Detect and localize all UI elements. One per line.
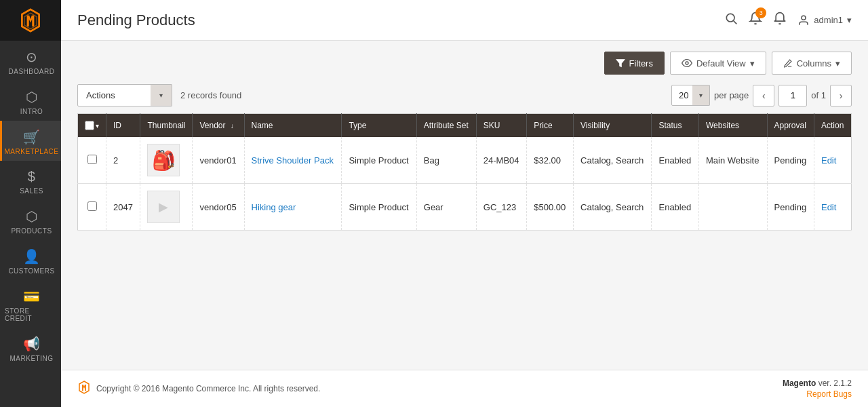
- row-checkbox[interactable]: [87, 155, 97, 164]
- next-page-button[interactable]: ›: [830, 85, 852, 106]
- footer-right: Magento ver. 2.1.2 Report Bugs: [783, 379, 852, 399]
- marketplace-icon: 🛒: [23, 129, 41, 145]
- sidebar-item-customers[interactable]: 👤 CUSTOMERS: [0, 240, 61, 280]
- cell-action: Edit: [814, 184, 851, 231]
- cell-type: Simple Product: [342, 184, 416, 231]
- page-number-input[interactable]: [778, 85, 807, 106]
- data-table: ▾ ID Thumbnail Vendor ↓ Name Type Attrib…: [77, 113, 852, 231]
- notifications-icon[interactable]: 3: [749, 12, 762, 28]
- cell-action: Edit: [814, 137, 851, 184]
- prev-page-button[interactable]: ‹: [753, 85, 774, 106]
- sidebar-item-store-credit[interactable]: 💳 STORE CREDIT: [0, 280, 61, 328]
- pagination: 20 ▾ per page ‹ of 1 ›: [671, 85, 852, 106]
- svg-point-0: [727, 14, 735, 22]
- cell-websites: [698, 184, 767, 231]
- th-visibility: Visibility: [574, 114, 652, 138]
- svg-point-4: [686, 62, 688, 64]
- sidebar-item-marketing[interactable]: 📢 MARKETING: [0, 328, 61, 368]
- page-header: Pending Products 3: [61, 0, 868, 41]
- select-all-checkbox[interactable]: [85, 121, 94, 130]
- per-page-label: per page: [714, 90, 749, 100]
- cell-attribute-set: Gear: [416, 184, 476, 231]
- edit-link[interactable]: Edit: [821, 155, 836, 166]
- bell-icon[interactable]: [773, 12, 787, 28]
- cell-attribute-set: Bag: [416, 137, 476, 184]
- th-sku: SKU: [476, 114, 527, 138]
- table-header-row: ▾ ID Thumbnail Vendor ↓ Name Type Attrib…: [78, 114, 852, 138]
- main-content: Pending Products 3: [61, 0, 868, 407]
- thumbnail-image: 🎒: [147, 144, 180, 176]
- columns-arrow: ▾: [835, 58, 840, 69]
- table-row: 2 🎒 vendor01 Strive Shoulder Pack Simple…: [78, 137, 852, 184]
- page-content: Filters Default View ▾ Columns ▾: [61, 41, 868, 370]
- filter-label: Filters: [629, 58, 653, 69]
- cell-visibility: Catalog, Search: [574, 184, 652, 231]
- sidebar-item-marketplace[interactable]: 🛒 MARKETPLACE: [0, 121, 61, 161]
- header-actions: 3 admin1 ▾: [724, 12, 852, 28]
- cell-vendor: vendor05: [193, 184, 244, 231]
- sidebar-item-label: STORE CREDIT: [5, 307, 58, 322]
- sidebar: ⊙ DASHBOARD ⬡ INTRO 🛒 MARKETPLACE $ SALE…: [0, 0, 61, 407]
- footer-logo-icon: [77, 381, 91, 398]
- view-button[interactable]: Default View ▾: [670, 52, 766, 75]
- row-checkbox-cell: [78, 184, 106, 231]
- product-name-link[interactable]: Strive Shoulder Pack: [252, 155, 334, 166]
- cell-id: 2: [106, 137, 140, 184]
- sidebar-item-label: DASHBOARD: [9, 68, 55, 75]
- checkbox-dropdown-arrow[interactable]: ▾: [96, 122, 99, 130]
- svg-point-2: [802, 16, 806, 20]
- th-name: Name: [244, 114, 342, 138]
- cell-type: Simple Product: [342, 137, 416, 184]
- intro-icon: ⬡: [26, 89, 38, 105]
- actions-select[interactable]: Actions: [77, 84, 172, 106]
- cell-thumbnail: ▶: [140, 184, 193, 231]
- sidebar-item-products[interactable]: ⬡ PRODUCTS: [0, 200, 61, 240]
- actions-left: Actions ▾ 2 records found: [77, 84, 241, 106]
- sidebar-item-label: PRODUCTS: [11, 227, 52, 235]
- svg-line-1: [734, 21, 737, 24]
- records-found: 2 records found: [180, 90, 241, 100]
- columns-button[interactable]: Columns ▾: [772, 52, 852, 75]
- cell-status: Enabled: [652, 184, 698, 231]
- sidebar-item-label: MARKETING: [10, 355, 54, 362]
- report-bugs-link[interactable]: Report Bugs: [783, 389, 852, 399]
- footer-brand: Magento: [783, 379, 816, 388]
- marketing-icon: 📢: [23, 336, 41, 352]
- per-page-wrap: 20 ▾: [671, 85, 710, 106]
- cell-thumbnail: 🎒: [140, 137, 193, 184]
- footer-version: ver. 2.1.2: [818, 379, 852, 388]
- vendor-sort-icon: ↓: [231, 122, 234, 130]
- sidebar-item-sales[interactable]: $ SALES: [0, 161, 61, 200]
- sidebar-item-label: SALES: [20, 187, 43, 195]
- sidebar-item-dashboard[interactable]: ⊙ DASHBOARD: [0, 41, 61, 81]
- page-title: Pending Products: [77, 12, 195, 29]
- th-vendor[interactable]: Vendor ↓: [193, 114, 244, 138]
- products-icon: ⬡: [26, 208, 38, 225]
- cell-sku: GC_123: [476, 184, 527, 231]
- sidebar-item-intro[interactable]: ⬡ INTRO: [0, 81, 61, 121]
- edit-link[interactable]: Edit: [821, 202, 836, 212]
- toolbar-top: Filters Default View ▾ Columns ▾: [77, 52, 852, 75]
- cell-visibility: Catalog, Search: [574, 137, 652, 184]
- per-page-select[interactable]: 20: [671, 85, 710, 106]
- row-checkbox[interactable]: [87, 201, 97, 211]
- cell-approval: Pending: [767, 137, 814, 184]
- cell-price: $500.00: [527, 184, 574, 231]
- columns-label: Columns: [797, 58, 831, 69]
- actions-row: Actions ▾ 2 records found 20 ▾ per page …: [77, 84, 852, 106]
- th-checkbox: ▾: [78, 114, 106, 138]
- user-menu[interactable]: admin1 ▾: [797, 14, 852, 26]
- filter-button[interactable]: Filters: [604, 52, 665, 75]
- table-row: 2047 ▶ vendor05 Hiking gear Simple Produ…: [78, 184, 852, 231]
- view-arrow: ▾: [750, 58, 755, 69]
- cell-vendor: vendor01: [193, 137, 244, 184]
- sidebar-item-label: MARKETPLACE: [5, 148, 59, 155]
- product-name-link[interactable]: Hiking gear: [252, 202, 296, 212]
- thumbnail-placeholder: ▶: [147, 191, 180, 223]
- th-status: Status: [652, 114, 698, 138]
- svg-marker-3: [616, 60, 625, 67]
- th-approval: Approval: [767, 114, 814, 138]
- search-icon[interactable]: [724, 12, 738, 28]
- cell-websites: Main Website: [698, 137, 767, 184]
- footer-copyright: Copyright © 2016 Magento Commerce Inc. A…: [96, 384, 320, 393]
